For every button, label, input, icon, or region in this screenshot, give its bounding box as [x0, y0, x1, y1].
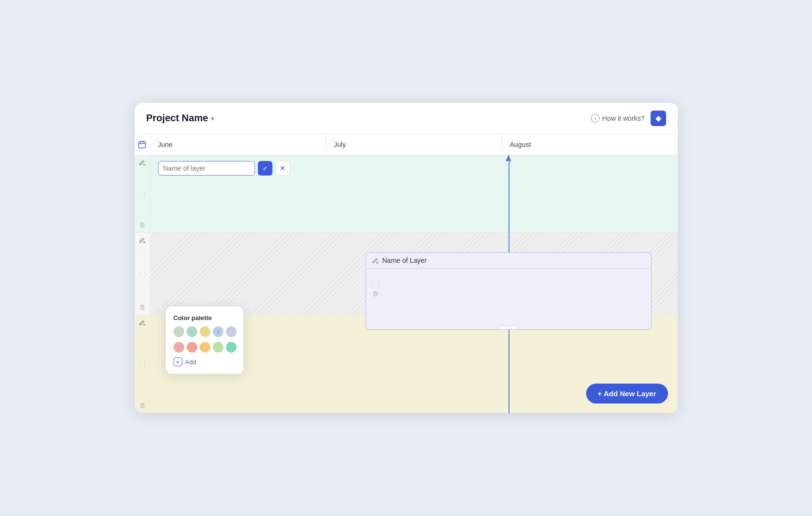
layer-3-sidebar: ⋮⋮ 🗑 [135, 315, 150, 413]
color-add-icon: + [174, 357, 182, 366]
layer-1-delete-icon[interactable]: 🗑 [139, 221, 145, 228]
layer-name-input-row: ✓ ✕ [158, 161, 670, 176]
layers-area: ⋮⋮ 🗑 ✓ ✕ [135, 155, 678, 413]
month-july: July [326, 134, 502, 155]
layer-3-drag-handle[interactable]: ⋮⋮ [137, 361, 147, 368]
timeline: June July August [135, 134, 678, 413]
how-it-works-link[interactable]: i How it works? [591, 114, 644, 123]
color-swatch-lavender[interactable] [226, 326, 237, 337]
floating-layer-card: Name of Layer ⋮⋮ 🗑 [366, 252, 652, 330]
color-swatch-sage[interactable] [174, 326, 184, 337]
svg-point-5 [143, 242, 145, 243]
floating-layer-title: Name of Layer [382, 257, 427, 264]
color-grid-row1: ✓ [174, 326, 236, 337]
cancel-layer-name-button[interactable]: ✕ [275, 161, 290, 176]
svg-point-4 [143, 164, 145, 165]
calendar-icon[interactable] [135, 134, 150, 155]
color-add-button[interactable]: + Add [174, 357, 236, 366]
color-swatch-teal[interactable] [226, 342, 237, 353]
svg-rect-0 [139, 142, 145, 148]
color-swatch-blue-checked[interactable]: ✓ [213, 326, 223, 337]
info-icon: i [591, 114, 600, 123]
color-swatch-salmon[interactable] [187, 342, 197, 353]
confirm-layer-name-button[interactable]: ✓ [258, 161, 272, 176]
app-window: Project Name ▾ i How it works? ◆ [135, 103, 678, 413]
layer-1-paint-icon[interactable] [139, 159, 145, 167]
layer-2-sidebar: ⋮⋮ 🗑 [135, 233, 150, 315]
header: Project Name ▾ i How it works? ◆ [135, 103, 678, 134]
layer-2-content: Name of Layer ⋮⋮ 🗑 [150, 233, 678, 315]
floating-layer-card-header: Name of Layer [366, 253, 651, 269]
layer-3-paint-icon[interactable] [139, 319, 145, 327]
floating-card-paint-icon [372, 257, 379, 264]
main-content: June July August [135, 134, 678, 413]
month-headers: June July August [135, 134, 678, 155]
header-right: i How it works? ◆ [591, 111, 666, 126]
layer-2-paint-icon[interactable] [139, 237, 145, 245]
layer-2-drag-handle[interactable]: ⋮⋮ [137, 271, 147, 278]
svg-point-6 [377, 262, 378, 263]
color-swatch-yellow[interactable] [200, 326, 210, 337]
layer-row-2: ⋮⋮ 🗑 Name of Layer [135, 233, 678, 315]
floating-layer-body: ⋮⋮ 🗑 [366, 269, 651, 317]
floating-delete-icon[interactable]: 🗑 [372, 290, 379, 297]
resize-handle[interactable] [499, 325, 518, 330]
color-swatch-peach[interactable] [200, 342, 210, 353]
brand-diamond-icon: ◆ [651, 111, 666, 126]
color-palette-title: Color palette [174, 314, 236, 322]
layer-3-delete-icon[interactable]: 🗑 [139, 402, 145, 409]
layer-1-content: ✓ ✕ [150, 155, 678, 232]
month-june: June [150, 134, 326, 155]
header-left: Project Name ▾ [146, 113, 215, 124]
color-palette-popup: Color palette ✓ [166, 306, 243, 374]
svg-point-7 [143, 324, 145, 325]
project-name: Project Name [146, 113, 208, 124]
layer-name-input[interactable] [158, 161, 255, 176]
color-swatch-light-green[interactable] [213, 342, 223, 353]
month-august: August [502, 134, 678, 155]
color-swatch-mint[interactable] [187, 326, 197, 337]
layer-1-sidebar: ⋮⋮ 🗑 [135, 155, 150, 232]
floating-layer-sidebar: ⋮⋮ 🗑 [370, 273, 382, 299]
layer-2-delete-icon[interactable]: 🗑 [139, 304, 145, 311]
color-swatch-pink[interactable] [174, 342, 184, 353]
project-name-chevron[interactable]: ▾ [211, 114, 214, 122]
floating-drag-handle[interactable]: ⋮⋮ [370, 279, 382, 286]
layer-1-drag-handle[interactable]: ⋮⋮ [137, 191, 147, 198]
color-grid-row2 [174, 342, 236, 353]
add-new-layer-button[interactable]: + Add New Layer [586, 384, 668, 403]
layer-row-1: ⋮⋮ 🗑 ✓ ✕ [135, 155, 678, 233]
